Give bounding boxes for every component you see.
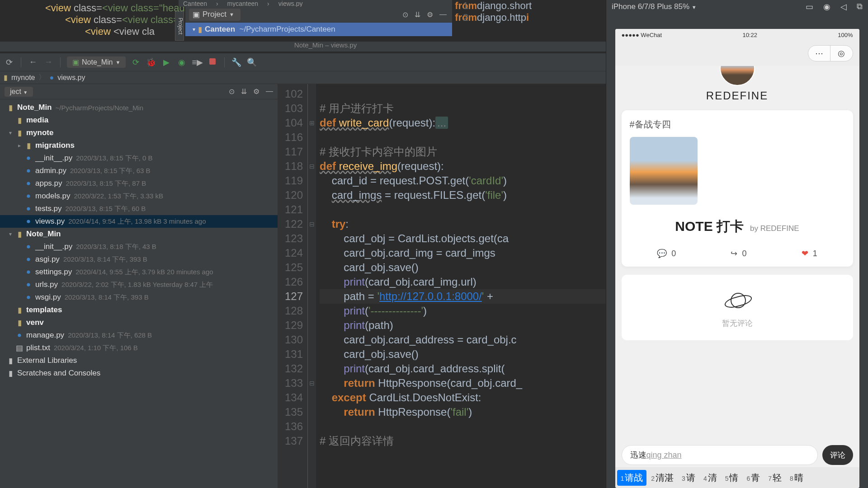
wrench-icon[interactable]: ⟳ <box>4 57 14 67</box>
tab-canteen[interactable]: Canteen <box>183 0 207 7</box>
heart-icon: ❤ <box>802 249 808 258</box>
folder-icon: ▮ <box>4 73 8 82</box>
search-icon[interactable]: 🔍 <box>246 57 257 67</box>
project-tree-panel: ject ▼ ⊙ ⇊ ⚙ — ▮Note_Min~/PycharmProject… <box>0 84 278 488</box>
tree-item-Scratches and Consoles[interactable]: ▮Scratches and Consoles <box>0 367 278 380</box>
tools-icon[interactable]: 🔧 <box>231 57 242 67</box>
tree-item-apps.py[interactable]: ●apps.py2020/3/13, 8:15 下午, 87 B <box>0 177 278 190</box>
ime-candidate[interactable]: 8晴 <box>786 470 807 486</box>
share-action[interactable]: ↪0 <box>731 249 746 258</box>
django-icon: ▣ <box>72 58 79 66</box>
crumb-views[interactable]: views.py <box>57 74 85 82</box>
chevron-down-icon: ▼ <box>229 12 234 17</box>
project-view-dropdown[interactable]: ▣ Project ▼ <box>189 9 241 21</box>
empty-comments-card: 暂无评论 <box>622 275 853 340</box>
topic-tag[interactable]: #备战专四 <box>630 118 845 131</box>
mini-program-nav: ⋯ ◎ <box>615 41 859 66</box>
window-title: Note_Min – views.py <box>0 42 651 52</box>
ide-window: ⟳ ← → ▣ Note_Min ▼ ⟳ 🐞 ▶ ◉ ≡▶ 🔧 🔍 ▮ myno… <box>0 53 651 488</box>
tab-views[interactable]: views.py <box>278 0 303 7</box>
profile-button[interactable]: ◉ <box>176 57 187 67</box>
tree-item-Note_Min[interactable]: ▮Note_Min~/PycharmProjects/Note_Min <box>0 101 278 114</box>
comment-action[interactable]: 💬0 <box>657 249 676 258</box>
tree-item-Note_Min[interactable]: ▾▮Note_Min <box>0 228 278 240</box>
collapse-icon[interactable]: ⇊ <box>415 10 420 19</box>
coverage-button[interactable]: ▶ <box>161 57 172 67</box>
hide-icon[interactable]: — <box>439 10 447 19</box>
tree-item-admin.py[interactable]: ●admin.py2020/3/13, 8:15 下午, 63 B <box>0 164 278 177</box>
tree-item-wsgi.py[interactable]: ●wsgi.py2020/3/13, 8:14 下午, 393 B <box>0 291 278 304</box>
detach-icon[interactable]: ⧉ <box>857 2 863 12</box>
status-bar: ●●●●● WeChat 10:22 100% <box>615 29 859 41</box>
device-selector[interactable]: iPhone 6/7/8 Plus 85% ▼ <box>612 2 697 11</box>
tree-item-manage.py[interactable]: ●manage.py2020/3/13, 8:14 下午, 628 B <box>0 329 278 342</box>
tree-item-mynote[interactable]: ▾▮mynote <box>0 127 278 139</box>
tree-item-urls.py[interactable]: ●urls.py2020/3/22, 2:02 下午, 1.83 kB Yest… <box>0 278 278 291</box>
planet-icon <box>724 286 750 313</box>
tree-item-__init__.py[interactable]: ●__init__.py2020/3/13, 8:15 下午, 0 B <box>0 152 278 164</box>
tree-item-templates[interactable]: ▮templates <box>0 304 278 316</box>
tree-item-migrations[interactable]: ▸▮migrations <box>0 139 278 152</box>
run-config-selector[interactable]: ▣ Note_Min ▼ <box>67 56 126 68</box>
top-project-toolbar: ▣ Project ▼ ⊙ ⇊ ⚙ — <box>185 7 452 23</box>
crumb-mynote[interactable]: mynote <box>11 74 35 82</box>
tree-item-plist.txt[interactable]: ▤plist.txt2020/3/24, 1:10 下午, 106 B <box>0 342 278 354</box>
ime-candidate[interactable]: 1请战 <box>617 470 647 486</box>
project-side-tab[interactable]: Project <box>175 11 184 41</box>
tab-mycanteen[interactable]: mycanteen <box>227 0 258 7</box>
stop-button[interactable] <box>207 57 218 67</box>
tree-item-venv[interactable]: ▮venv <box>0 316 278 329</box>
gear-icon[interactable]: ⚙ <box>427 10 433 19</box>
py-icon: ● <box>49 74 54 82</box>
emulator-panel: iPhone 6/7/8 Plus 85% ▼ ▭ ◉ ◁ ⧉ ●●●●● We… <box>606 0 868 488</box>
card-image[interactable] <box>630 137 698 205</box>
top-project-root[interactable]: ▾ ▮ Canteen ~/PycharmProjects/Canteen <box>185 23 452 36</box>
forward-button[interactable]: → <box>43 57 54 67</box>
ime-candidate[interactable]: 4清 <box>700 470 721 486</box>
username: REDEFINE <box>622 89 853 102</box>
mute-icon[interactable]: ◁ <box>840 2 847 12</box>
tree-item-tests.py[interactable]: ●tests.py2020/3/13, 8:15 下午, 60 B <box>0 202 278 215</box>
tree-item-models.py[interactable]: ●models.py2020/3/22, 1:53 下午, 3.33 kB <box>0 190 278 202</box>
tree-view-dropdown[interactable]: ject ▼ <box>5 87 33 97</box>
record-icon[interactable]: ◉ <box>823 2 830 12</box>
ime-candidate[interactable]: 6青 <box>743 470 764 486</box>
note-author: by REDEFINE <box>750 224 799 233</box>
project-tree[interactable]: ▮Note_Min~/PycharmProjects/Note_Min▮medi… <box>0 99 278 488</box>
note-title: NOTE 打卡 <box>675 217 744 236</box>
ime-candidate[interactable]: 2清湛 <box>647 470 677 486</box>
folder-icon: ▣ <box>193 10 200 19</box>
code-editor[interactable]: 1021031041161171181191201211221231241251… <box>278 84 651 488</box>
top-breadcrumb-tabs: Canteen › mycanteen › views.py <box>179 0 452 7</box>
ime-candidate-bar[interactable]: 1请战2清湛3请4清5情6青7轻8晴 <box>615 467 859 488</box>
hide-icon[interactable]: — <box>266 87 273 96</box>
breadcrumb: ▮ mynote 〉 ● views.py <box>0 71 651 84</box>
more-button[interactable]: ⋯ <box>808 46 831 61</box>
ime-candidate[interactable]: 3请 <box>678 470 699 486</box>
note-card[interactable]: #备战专四 NOTE 打卡 by REDEFINE 💬0 ↪0 ❤1 <box>622 110 853 267</box>
ime-candidate[interactable]: 7轻 <box>764 470 785 486</box>
chevron-down-icon: ▼ <box>115 60 120 65</box>
close-button[interactable]: ◎ <box>830 46 853 61</box>
main-toolbar: ⟳ ← → ▣ Note_Min ▼ ⟳ 🐞 ▶ ◉ ≡▶ 🔧 🔍 <box>0 53 651 71</box>
tree-item-media[interactable]: ▮media <box>0 114 278 127</box>
submit-comment-button[interactable]: 评论 <box>822 445 853 465</box>
comment-input[interactable]: 迅速qing zhan <box>622 445 818 465</box>
tree-item-__init__.py[interactable]: ●__init__.py2020/3/13, 8:18 下午, 43 B <box>0 240 278 253</box>
back-button[interactable]: ← <box>28 57 38 67</box>
collapse-icon[interactable]: ⇊ <box>241 87 247 96</box>
tree-item-settings.py[interactable]: ●settings.py2020/4/14, 9:55 上午, 3.79 kB … <box>0 266 278 278</box>
locate-icon[interactable]: ⊙ <box>402 10 408 19</box>
gear-icon[interactable]: ⚙ <box>253 87 259 96</box>
locate-icon[interactable]: ⊙ <box>229 87 235 96</box>
rotate-icon[interactable]: ▭ <box>806 2 813 12</box>
phone-screen[interactable]: ●●●●● WeChat 10:22 100% ⋯ ◎ REDEFINE #备战… <box>615 29 859 488</box>
step-button[interactable]: ≡▶ <box>192 57 203 67</box>
debug-button[interactable]: 🐞 <box>146 57 156 67</box>
ime-candidate[interactable]: 5情 <box>722 470 742 486</box>
tree-item-asgi.py[interactable]: ●asgi.py2020/3/13, 8:14 下午, 393 B <box>0 253 278 266</box>
tree-item-views.py[interactable]: ●views.py2020/4/14, 9:54 上午, 13.98 kB 3 … <box>0 215 278 228</box>
run-button[interactable]: ⟳ <box>130 57 141 67</box>
tree-item-External Libraries[interactable]: ▮External Libraries <box>0 354 278 367</box>
like-action[interactable]: ❤1 <box>802 249 817 258</box>
